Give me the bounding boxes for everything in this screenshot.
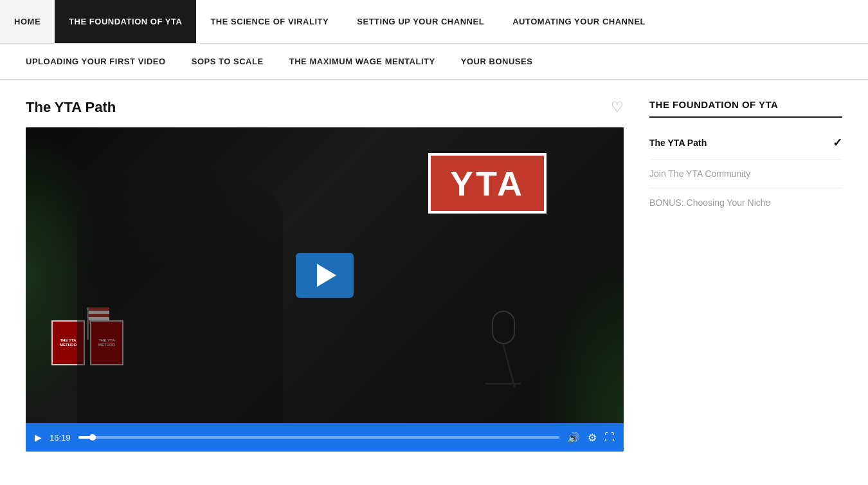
right-sidebar: THE FOUNDATION OF YTA The YTA Path ✓ Joi… [649,99,842,452]
video-controls: ▶ 16:19 🔊 ⚙ ⛶ [26,423,624,452]
sidebar-lesson-community[interactable]: Join The YTA Community [649,160,842,188]
yta-sign: YTA [428,153,547,214]
greenery-right [534,246,624,423]
second-nav: UPLOADING YOUR FIRST VIDEO SOPS TO SCALE… [0,44,868,80]
play-button[interactable] [296,253,354,298]
video-progress-bar[interactable] [78,436,559,439]
nav-bonuses[interactable]: YOUR BONUSES [448,57,546,66]
lesson-title-yta-path: The YTA Path [649,138,707,148]
progress-dot [89,434,96,441]
video-title: The YTA Path [26,99,116,116]
left-content: The YTA Path ♡ YTA [26,99,624,452]
top-nav: HOME THE FOUNDATION OF YTA THE SCIENCE O… [0,0,868,44]
nav-sops[interactable]: SOPS TO SCALE [179,57,276,66]
fullscreen-icon[interactable]: ⛶ [604,432,615,443]
heart-button[interactable]: ♡ [611,99,624,116]
nav-uploading[interactable]: UPLOADING YOUR FIRST VIDEO [13,57,179,66]
settings-icon[interactable]: ⚙ [588,432,597,444]
nav-mentality[interactable]: THE MAXIMUM WAGE MENTALITY [276,57,448,66]
nav-automating[interactable]: AUTOMATING YOUR CHANNEL [498,0,660,43]
nav-setting-up[interactable]: SETTING UP YOUR CHANNEL [343,0,498,43]
video-player: YTA THE YTA METHOD THE YTA METHOD [26,127,624,452]
play-triangle-icon [317,264,336,287]
sidebar-section-title: THE FOUNDATION OF YTA [649,99,842,118]
top-nav-bar: HOME THE FOUNDATION OF YTA THE SCIENCE O… [0,0,868,44]
microphone [485,311,521,385]
nav-foundation[interactable]: THE FOUNDATION OF YTA [55,0,196,43]
nav-virality[interactable]: THE SCIENCE OF VIRALITY [196,0,343,43]
video-time-display: 16:19 [50,433,71,443]
lesson-title-community: Join The YTA Community [649,169,750,179]
second-nav-bar: UPLOADING YOUR FIRST VIDEO SOPS TO SCALE… [0,44,868,80]
video-thumbnail: YTA THE YTA METHOD THE YTA METHOD [26,127,624,423]
volume-icon[interactable]: 🔊 [567,432,580,444]
sidebar-lesson-niche[interactable]: BONUS: Choosing Your Niche [649,188,842,217]
nav-home[interactable]: HOME [0,0,55,43]
check-icon-yta-path: ✓ [833,136,842,150]
video-title-row: The YTA Path ♡ [26,99,624,116]
person-silhouette [77,166,283,423]
lesson-title-niche: BONUS: Choosing Your Niche [649,197,770,208]
play-control-button[interactable]: ▶ [35,432,42,443]
sidebar-lesson-yta-path[interactable]: The YTA Path ✓ [649,127,842,160]
main-content: The YTA Path ♡ YTA [0,80,868,471]
